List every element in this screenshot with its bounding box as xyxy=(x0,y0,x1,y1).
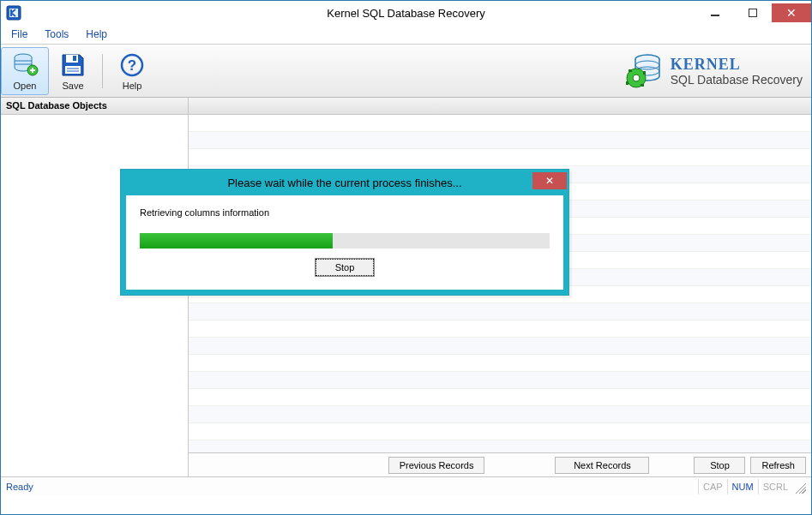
brand-title: KERNEL xyxy=(671,57,803,72)
title-bar: Kernel SQL Database Recovery ✕ xyxy=(1,1,811,25)
menu-help[interactable]: Help xyxy=(79,27,114,42)
svg-rect-8 xyxy=(65,66,81,74)
refresh-button[interactable]: Refresh xyxy=(750,457,806,474)
minimize-button[interactable] xyxy=(696,3,734,22)
svg-rect-19 xyxy=(641,84,644,87)
save-button[interactable]: Save xyxy=(49,46,97,96)
save-icon xyxy=(59,51,87,79)
menu-tools[interactable]: Tools xyxy=(38,27,75,42)
status-cap: CAP xyxy=(698,479,727,494)
database-open-icon xyxy=(11,51,39,79)
window-controls: ✕ xyxy=(696,3,811,22)
brand-subtitle: SQL Database Recovery xyxy=(671,74,803,86)
next-records-button[interactable]: Next Records xyxy=(555,457,649,474)
menu-file[interactable]: File xyxy=(4,27,34,42)
progress-dialog: Please wait while the current process fi… xyxy=(120,169,569,296)
help-label: Help xyxy=(123,81,142,91)
content-bottom-bar: Previous Records Next Records Stop Refre… xyxy=(189,452,811,476)
save-label: Save xyxy=(62,81,83,91)
window-title: Kernel SQL Database Recovery xyxy=(1,7,811,20)
maximize-button[interactable] xyxy=(734,3,772,22)
help-icon: ? xyxy=(118,51,146,79)
dialog-stop-button[interactable]: Stop xyxy=(316,259,375,276)
svg-text:?: ? xyxy=(128,57,136,74)
dialog-title: Please wait while the current process fi… xyxy=(121,177,568,189)
dialog-title-bar[interactable]: Please wait while the current process fi… xyxy=(121,170,568,195)
brand: KERNEL SQL Database Recovery xyxy=(624,52,811,90)
content-header xyxy=(189,98,811,115)
svg-point-17 xyxy=(633,75,640,81)
toolbar: Open Save ? Help xyxy=(1,44,811,98)
sidebar-header: SQL Database Objects xyxy=(1,98,188,115)
app-icon xyxy=(6,5,21,21)
svg-rect-18 xyxy=(629,69,632,72)
toolbar-separator xyxy=(102,54,103,88)
status-scrl: SCRL xyxy=(758,479,792,494)
dialog-close-button[interactable]: ✕ xyxy=(532,172,567,189)
progress-fill xyxy=(140,233,333,249)
status-num: NUM xyxy=(727,479,758,494)
menu-bar: File Tools Help xyxy=(1,25,811,44)
dialog-message: Retrieving columns information xyxy=(140,207,550,218)
resize-grip[interactable] xyxy=(792,480,806,494)
svg-rect-7 xyxy=(73,56,76,61)
svg-rect-20 xyxy=(626,81,629,85)
close-icon: ✕ xyxy=(545,175,554,187)
status-text: Ready xyxy=(6,482,698,492)
close-button[interactable]: ✕ xyxy=(772,3,811,22)
status-bar: Ready CAP NUM SCRL xyxy=(1,476,811,495)
open-button[interactable]: Open xyxy=(1,47,49,95)
previous-records-button[interactable]: Previous Records xyxy=(388,457,485,474)
help-button[interactable]: ? Help xyxy=(108,46,156,96)
brand-icon xyxy=(624,52,664,90)
svg-rect-21 xyxy=(643,71,646,75)
stop-button[interactable]: Stop xyxy=(694,457,745,474)
open-label: Open xyxy=(14,81,37,91)
progress-bar xyxy=(140,233,550,249)
